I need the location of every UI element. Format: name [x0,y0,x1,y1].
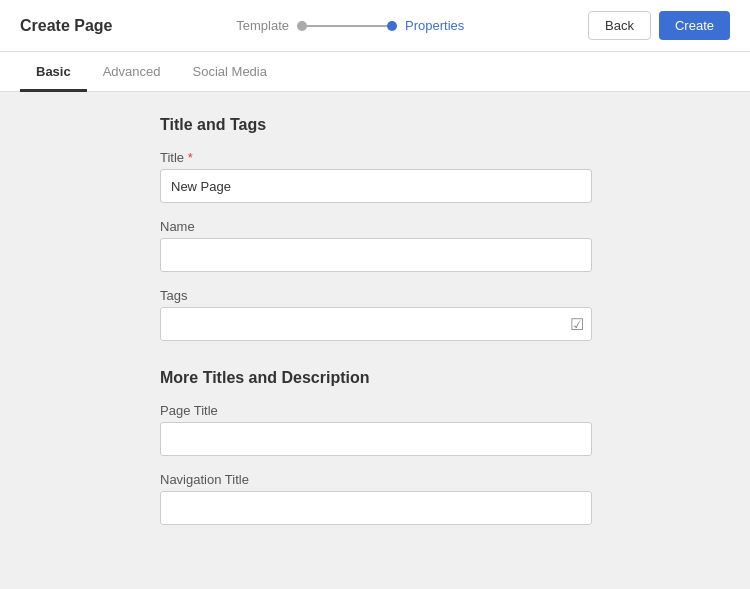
step-track [297,21,397,31]
title-label: Title * [160,150,730,165]
create-button[interactable]: Create [659,11,730,40]
nav-title-label: Navigation Title [160,472,730,487]
page-title-label: Page Title [160,403,730,418]
back-button[interactable]: Back [588,11,651,40]
tab-advanced[interactable]: Advanced [87,52,177,92]
main-content: Title and Tags Title * Name Tags ☑ More … [0,92,750,565]
header-buttons: Back Create [588,11,730,40]
title-field-group: Title * [160,150,730,203]
wizard-steps: Template Properties [113,18,589,33]
header: Create Page Template Properties Back Cre… [0,0,750,52]
tabs-bar: Basic Advanced Social Media [0,52,750,92]
step2-dot [387,21,397,31]
tab-basic[interactable]: Basic [20,52,87,92]
more-titles-title: More Titles and Description [160,369,730,387]
step2-label: Properties [405,18,464,33]
title-and-tags-heading: Title and Tags [160,116,730,134]
name-label: Name [160,219,730,234]
tags-field-group: Tags ☑ [160,288,730,341]
nav-title-input[interactable] [160,491,592,525]
page-title: Create Page [20,17,113,35]
step1-dot [297,21,307,31]
tags-wrapper: ☑ [160,307,592,341]
page-title-field-group: Page Title [160,403,730,456]
nav-title-field-group: Navigation Title [160,472,730,525]
more-titles-heading: More Titles and Description [160,369,730,387]
name-input[interactable] [160,238,592,272]
tab-social-media[interactable]: Social Media [177,52,283,92]
tags-icon[interactable]: ☑ [570,315,584,334]
step-line [307,25,387,27]
title-required: * [188,150,193,165]
step1-label: Template [236,18,289,33]
tags-label: Tags [160,288,730,303]
title-input[interactable] [160,169,592,203]
name-field-group: Name [160,219,730,272]
page-title-input[interactable] [160,422,592,456]
tags-input[interactable] [160,307,592,341]
